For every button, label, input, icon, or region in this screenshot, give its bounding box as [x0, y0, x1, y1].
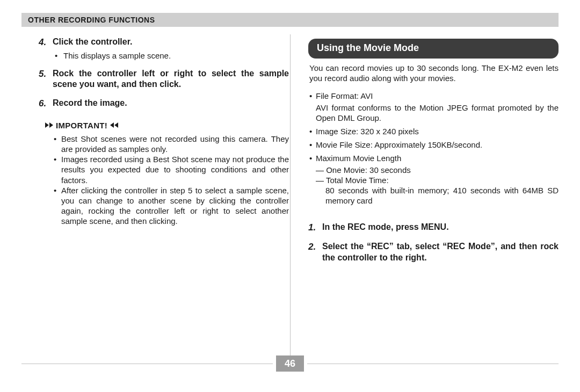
spec-list: File Format: AVI AVI format conforms to … — [309, 91, 559, 206]
right-column: Using the Movie Mode You can record movi… — [299, 37, 559, 349]
step-text: Record the image. — [53, 98, 289, 108]
section-header-text: Other Recording Functions — [28, 16, 155, 24]
spec-sub-line: AVI format conforms to the Motion JPEG f… — [316, 103, 559, 123]
movie-step-1: 1. In the REC mode, press MENU. — [308, 222, 559, 234]
important-label: IMPORTANT! — [56, 120, 107, 130]
step-text: Select the “REC” tab, select “REC Mode”,… — [322, 241, 559, 263]
bullet-item: This displays a sample scene. — [55, 50, 289, 61]
section-intro: You can record movies up to 30 seconds l… — [309, 63, 559, 83]
spec-line: Maximum Movie Length — [316, 154, 401, 163]
step-text: Click the controller. — [53, 37, 289, 47]
step-6: 6. Record the image. — [39, 98, 289, 110]
spec-item: Movie File Size: Approximately 150KB/sec… — [309, 140, 559, 150]
triangle-right-icon — [45, 122, 49, 128]
spec-line: File Format: AVI — [316, 91, 373, 100]
movie-step-2: 2. Select the “REC” tab, select “REC Mod… — [308, 241, 559, 263]
step-number: 5. — [39, 68, 53, 80]
triangle-left-icon — [114, 122, 118, 128]
spec-sub: — One Movie: 30 seconds — Total Movie Ti… — [316, 165, 559, 206]
spec-sub-line: 80 seconds with built-in memory; 410 sec… — [316, 185, 559, 206]
note-item: Best Shot scenes were not recorded using… — [54, 134, 289, 154]
section-title-text: Using the Movie Mode — [317, 42, 419, 53]
step-text: Rock the controller left or right to sel… — [53, 68, 289, 90]
spec-sub-line: — One Movie: 30 seconds — [316, 165, 559, 175]
step-number: 1. — [308, 222, 322, 234]
footer-rule — [307, 364, 559, 364]
page-number: 46 — [285, 358, 295, 369]
section-header-bar: Other Recording Functions — [21, 13, 559, 27]
note-item: After clicking the controller in step 5 … — [54, 185, 289, 227]
columns: 4. Click the controller. This displays a… — [39, 37, 559, 349]
left-column: 4. Click the controller. This displays a… — [39, 37, 299, 349]
section-title-pill: Using the Movie Mode — [308, 39, 559, 59]
spec-item: Maximum Movie Length — One Movie: 30 sec… — [309, 153, 559, 206]
spec-line: Image Size: 320 x 240 pixels — [316, 127, 419, 136]
page-footer: 46 — [21, 354, 559, 373]
spec-sub: AVI format conforms to the Motion JPEG f… — [316, 103, 559, 123]
important-heading: IMPORTANT! — [45, 120, 289, 130]
step-4: 4. Click the controller. This displays a… — [39, 37, 289, 61]
step-number: 4. — [39, 37, 53, 48]
step-number: 6. — [39, 98, 53, 110]
step-4-bullets: This displays a sample scene. — [55, 50, 289, 61]
triangle-left-icon — [110, 122, 114, 128]
important-notes: Best Shot scenes were not recorded using… — [54, 134, 289, 227]
page-number-badge: 46 — [276, 355, 304, 372]
spec-sub-line: — Total Movie Time: — [316, 175, 559, 185]
step-5: 5. Rock the controller left or right to … — [39, 68, 289, 90]
step-number: 2. — [308, 241, 322, 253]
footer-rule — [21, 364, 273, 364]
spec-item: File Format: AVI AVI format conforms to … — [309, 91, 559, 123]
manual-page: Other Recording Functions 4. Click the c… — [0, 0, 580, 392]
triangle-right-icon — [49, 122, 53, 128]
movie-mode-steps: 1. In the REC mode, press MENU. 2. Selec… — [308, 222, 559, 263]
spec-line: Movie File Size: Approximately 150KB/sec… — [316, 140, 482, 149]
note-item: Images recorded using a Best Shot scene … — [54, 154, 289, 185]
step-text: In the REC mode, press MENU. — [322, 222, 559, 233]
spec-item: Image Size: 320 x 240 pixels — [309, 126, 559, 136]
